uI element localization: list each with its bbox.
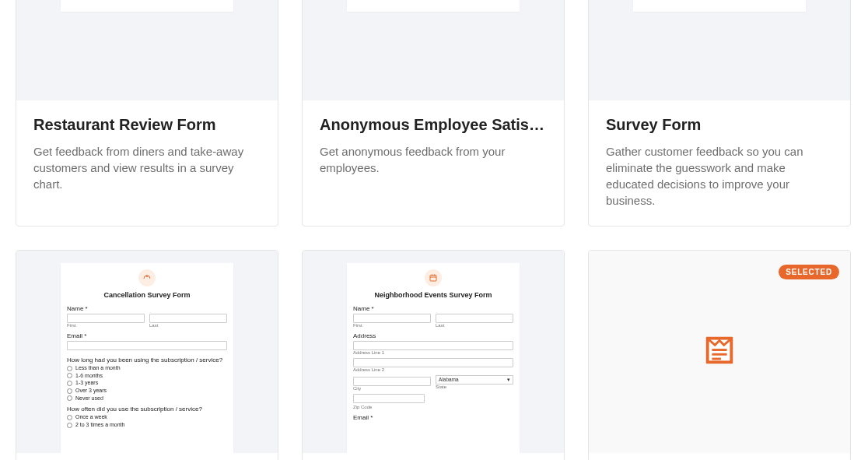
- card-body: Survey Form: [589, 453, 850, 460]
- form-icon: [702, 332, 737, 371]
- template-card-restaurant-review[interactable]: Did you dine in or take out? Dine in Tak…: [16, 0, 278, 226]
- template-preview: [589, 251, 850, 453]
- card-body: Anonymous Employee Satisfaction … Get an…: [303, 100, 564, 193]
- template-preview: Did you dine in or take out? Dine in Tak…: [16, 0, 278, 100]
- selected-badge: SELECTED: [779, 265, 839, 279]
- bell-icon: [138, 269, 156, 286]
- template-grid: Did you dine in or take out? Dine in Tak…: [0, 0, 868, 460]
- card-body: Survey Form Gather customer feedback so …: [589, 100, 850, 226]
- preview-heading: Neighborhood Events Survey Form: [353, 291, 513, 299]
- template-card-neighborhood-events[interactable]: Neighborhood Events Survey Form Name * F…: [302, 250, 565, 460]
- card-body: Neighborhood Events Survey Form: [303, 453, 564, 460]
- template-card-employee-satisfaction[interactable]: Strongly Disagree Disagree Neutral Agree…: [302, 0, 565, 226]
- chevron-down-icon: ▾: [507, 375, 510, 385]
- card-title: Anonymous Employee Satisfaction …: [320, 116, 547, 134]
- card-body: Cancellation Survey Form: [16, 453, 278, 460]
- card-description: Gather customer feedback so you can elim…: [606, 143, 833, 209]
- svg-rect-5: [712, 353, 726, 356]
- svg-rect-1: [430, 276, 436, 282]
- template-card-survey-form-selected[interactable]: SELECTED Survey Form: [588, 250, 851, 460]
- template-preview: Cancellation Survey Form Name * First La…: [16, 251, 278, 453]
- preview-heading: Cancellation Survey Form: [67, 291, 227, 299]
- card-description: Get anonymous feedback from your employe…: [320, 143, 547, 176]
- card-description: Get feedback from diners and take-away c…: [33, 143, 261, 192]
- preview-question: How long had you been using the subscrip…: [67, 356, 227, 363]
- svg-rect-4: [712, 349, 726, 351]
- svg-rect-6: [712, 358, 721, 360]
- card-title: Restaurant Review Form: [33, 116, 261, 134]
- card-body: Restaurant Review Form Get feedback from…: [16, 100, 278, 209]
- template-preview: Neighborhood Events Survey Form Name * F…: [303, 251, 564, 453]
- template-card-cancellation-survey[interactable]: Cancellation Survey Form Name * First La…: [16, 250, 278, 460]
- template-card-survey-form[interactable]: Your Experience * ★ ★ ★ ★ ★ Overall, how…: [588, 0, 851, 226]
- card-title: Survey Form: [606, 116, 833, 134]
- calendar-icon: [425, 269, 442, 286]
- svg-point-0: [147, 276, 148, 277]
- template-preview: Your Experience * ★ ★ ★ ★ ★ Overall, how…: [589, 0, 850, 100]
- state-select: Alabama▾: [436, 375, 513, 385]
- preview-question: How often did you use the subscription /…: [67, 406, 227, 413]
- template-preview: Strongly Disagree Disagree Neutral Agree…: [303, 0, 564, 100]
